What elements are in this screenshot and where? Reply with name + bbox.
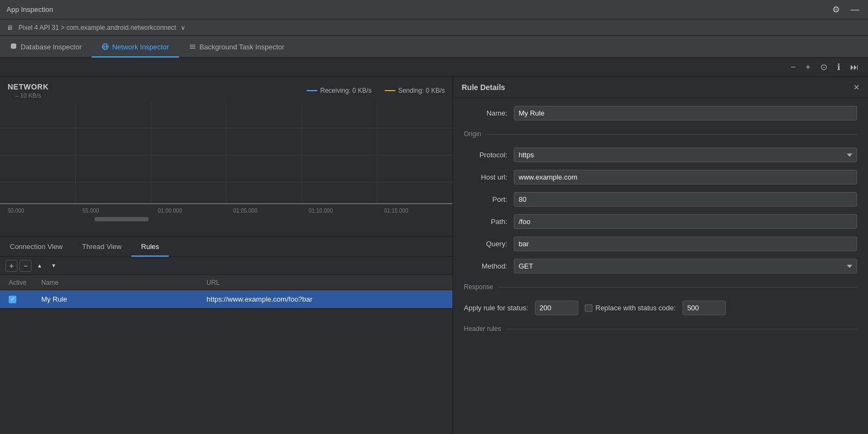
path-input[interactable] [514,214,857,229]
scroll-thumb[interactable] [94,217,149,221]
tab-thread-view[interactable]: Thread View [72,237,131,257]
globe-icon [101,43,109,50]
move-up-button[interactable]: ▲ [34,260,46,272]
col-url-header: URL [202,279,448,286]
tab-rules[interactable]: Rules [131,237,169,257]
title-bar: App Inspection ⚙ — [0,0,868,20]
tab-connection-view-label: Connection View [10,242,62,251]
tab-connection-view[interactable]: Connection View [0,237,72,257]
name-input[interactable] [514,106,857,120]
apply-rule-input[interactable] [535,301,578,315]
col-active-header: Active [4,279,37,286]
zoom-out-button[interactable]: − [788,61,798,74]
tick-1: 55.000 [82,208,99,214]
response-divider: Response [464,283,857,291]
chart-title: NETWORK [8,82,49,91]
rules-table: Active Name URL ✓ My Rule https://www.ex… [0,275,452,434]
chevron-down-icon[interactable]: ∨ [181,24,186,31]
info-button[interactable]: ℹ [834,60,843,74]
receiving-label: Receiving: 0 KB/s [320,87,372,94]
main-content: NETWORK – 10 KB/s Receiving: 0 KB/s Send… [0,77,868,434]
chart-header: NETWORK – 10 KB/s Receiving: 0 KB/s Send… [0,77,452,101]
tab-background-label: Background Task Inspector [200,43,285,51]
timeline-axis: 50.000 55.000 01:00.000 01:05.000 01:10.… [0,204,452,217]
rule-active-cell: ✓ [4,296,37,303]
response-divider-line [499,287,857,288]
toolbar: − + ⊙ ℹ ⏭ [0,58,868,77]
title-bar-right: ⚙ — [830,3,861,16]
name-label: Name: [464,109,507,117]
skip-button[interactable]: ⏭ [847,61,861,74]
tab-rules-label: Rules [141,242,159,251]
reset-zoom-button[interactable]: ⊙ [818,60,830,74]
tick-4: 01:10.000 [309,208,333,214]
device-bar: 🖥 Pixel 4 API 31 > com.example.android.n… [0,20,868,36]
replace-with-input[interactable] [682,301,726,315]
rules-table-header: Active Name URL [0,275,452,290]
settings-button[interactable]: ⚙ [830,3,842,16]
receiving-legend: Receiving: 0 KB/s [307,87,372,94]
rules-toolbar: + − ▲ ▼ [0,257,452,275]
table-row[interactable]: ✓ My Rule https://www.example.com/foo?ba… [0,290,452,309]
device-icon: 🖥 [7,24,13,31]
database-icon [10,43,17,50]
response-label: Response [464,283,493,291]
origin-divider-line [487,134,857,135]
scroll-container [8,217,445,222]
device-label: Pixel 4 API 31 > com.example.android.net… [18,24,176,31]
list-icon [189,43,196,50]
remove-rule-button[interactable]: − [20,260,31,272]
minimize-button[interactable]: — [848,4,861,16]
bottom-tab-bar: Connection View Thread View Rules [0,236,452,257]
close-rule-details-button[interactable]: × [853,82,859,92]
rule-details-title: Rule Details [462,83,505,92]
status-response-row: Apply rule for status: Replace with stat… [464,301,857,315]
zoom-in-button[interactable]: + [803,61,813,74]
tab-database[interactable]: Database Inspector [0,37,92,58]
protocol-label: Protocol: [464,151,507,159]
tick-3: 01:05.000 [233,208,258,214]
method-select[interactable]: GET POST PUT DELETE any [514,259,857,273]
origin-divider: Origin [464,130,857,138]
tick-5: 01:15.000 [384,208,409,214]
protocol-select[interactable]: https http any [514,148,857,162]
title-bar-title: App Inspection [7,5,53,14]
tab-thread-view-label: Thread View [82,242,122,251]
col-name-header: Name [37,279,202,286]
rule-url-cell: https://www.example.com/foo?bar [202,295,448,303]
replace-status-checkbox[interactable] [585,304,592,312]
name-form-row: Name: [464,106,857,120]
receiving-line [307,90,317,91]
header-rules-label: Header rules [464,325,501,333]
tab-network-label: Network Inspector [112,43,169,51]
query-form-row: Query: [464,237,857,251]
sending-legend: Sending: 0 KB/s [385,87,445,94]
apply-rule-label: Apply rule for status: [464,304,528,312]
origin-label: Origin [464,130,481,138]
title-bar-left: App Inspection [7,5,53,14]
move-down-button[interactable]: ▼ [48,260,60,272]
port-input[interactable] [514,192,857,207]
tab-database-label: Database Inspector [21,43,82,51]
add-rule-button[interactable]: + [5,260,17,272]
left-panel: NETWORK – 10 KB/s Receiving: 0 KB/s Send… [0,77,453,434]
replace-with-label: Replace with status code: [596,304,676,312]
network-chart-svg [0,101,452,204]
tab-background[interactable]: Background Task Inspector [179,37,295,58]
chart-subtitle: – 10 KB/s [8,92,49,99]
path-form-row: Path: [464,214,857,229]
method-form-row: Method: GET POST PUT DELETE any [464,259,857,273]
rule-name-cell: My Rule [37,295,202,303]
header-rules-divider: Header rules [464,325,857,333]
tab-network[interactable]: Network Inspector [92,37,179,58]
port-label: Port: [464,195,507,203]
query-input[interactable] [514,237,857,251]
active-checkbox[interactable]: ✓ [9,296,16,303]
rule-details-header: Rule Details × [453,77,868,98]
query-label: Query: [464,240,507,248]
sending-label: Sending: 0 KB/s [398,87,445,94]
replace-status-checkbox-row: Replace with status code: [585,304,676,312]
host-url-input[interactable] [514,170,857,184]
tick-0: 50.000 [8,208,24,214]
host-url-form-row: Host url: [464,170,857,184]
